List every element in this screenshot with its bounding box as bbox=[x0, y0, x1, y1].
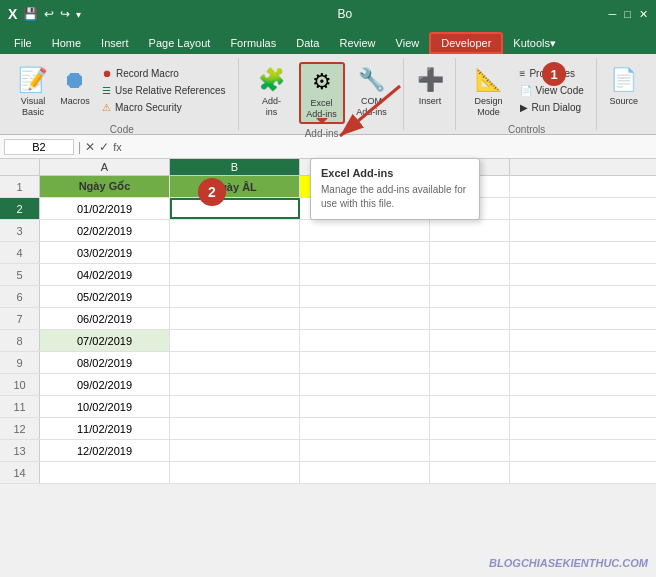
cell-a13[interactable]: 12/02/2019 bbox=[40, 440, 170, 461]
use-relative-button[interactable]: ☰ Use Relative References bbox=[98, 83, 230, 98]
cell-a8[interactable]: 07/02/2019 bbox=[40, 330, 170, 351]
cell-a2[interactable]: 01/02/2019 bbox=[40, 198, 170, 219]
tab-view[interactable]: View bbox=[386, 32, 430, 54]
save-icon[interactable]: 💾 bbox=[23, 7, 38, 21]
visual-basic-button[interactable]: 📝 VisualBasic bbox=[14, 62, 52, 120]
cell-a1[interactable]: Ngày Gốc bbox=[40, 176, 170, 197]
source-button[interactable]: 📄 Source bbox=[601, 62, 647, 109]
redo-icon[interactable]: ↪ bbox=[60, 7, 70, 21]
tab-page-layout[interactable]: Page Layout bbox=[139, 32, 221, 54]
cell-c14[interactable] bbox=[300, 462, 430, 483]
cell-a5[interactable]: 04/02/2019 bbox=[40, 264, 170, 285]
view-code-label: View Code bbox=[536, 85, 584, 96]
close-icon[interactable]: ✕ bbox=[639, 8, 648, 21]
formula-input[interactable] bbox=[126, 141, 652, 153]
com-add-ins-button[interactable]: 🔧 COMAdd-ins bbox=[349, 62, 395, 120]
cell-b6[interactable] bbox=[170, 286, 300, 307]
minimize-icon[interactable]: ─ bbox=[609, 8, 617, 21]
cell-a3[interactable]: 02/02/2019 bbox=[40, 220, 170, 241]
col-header-b[interactable]: B bbox=[170, 159, 300, 175]
cell-c6[interactable] bbox=[300, 286, 430, 307]
cell-c10[interactable] bbox=[300, 374, 430, 395]
macro-security-button[interactable]: ⚠ Macro Security bbox=[98, 100, 230, 115]
design-mode-button[interactable]: 📐 DesignMode bbox=[466, 62, 512, 120]
tab-formulas[interactable]: Formulas bbox=[220, 32, 286, 54]
cell-b9[interactable] bbox=[170, 352, 300, 373]
cell-b8[interactable] bbox=[170, 330, 300, 351]
run-dialog-icon: ▶ bbox=[520, 102, 528, 113]
row-number-3: 3 bbox=[0, 220, 40, 241]
maximize-icon[interactable]: □ bbox=[624, 8, 631, 21]
cell-c4[interactable] bbox=[300, 242, 430, 263]
excel-add-ins-button[interactable]: ⚙ ExcelAdd-ins bbox=[299, 62, 345, 124]
cell-d11[interactable] bbox=[430, 396, 510, 417]
cell-b12[interactable] bbox=[170, 418, 300, 439]
add-ins-button[interactable]: 🧩 Add-ins bbox=[249, 62, 295, 120]
row-number-5: 5 bbox=[0, 264, 40, 285]
run-dialog-label: Run Dialog bbox=[532, 102, 581, 113]
cancel-formula-icon[interactable]: ✕ bbox=[85, 140, 95, 154]
macro-security-label: Macro Security bbox=[115, 102, 182, 113]
cell-b13[interactable] bbox=[170, 440, 300, 461]
cell-b4[interactable] bbox=[170, 242, 300, 263]
source-label: Source bbox=[610, 96, 639, 107]
insert-function-icon[interactable]: fx bbox=[113, 141, 122, 153]
tab-kutools[interactable]: Kutools▾ bbox=[503, 32, 566, 54]
cell-b2[interactable] bbox=[170, 198, 300, 219]
cell-a10[interactable]: 09/02/2019 bbox=[40, 374, 170, 395]
cell-c5[interactable] bbox=[300, 264, 430, 285]
insert-button[interactable]: ➕ Insert bbox=[407, 62, 453, 109]
cell-d9[interactable] bbox=[430, 352, 510, 373]
cell-a9[interactable]: 08/02/2019 bbox=[40, 352, 170, 373]
tab-data[interactable]: Data bbox=[286, 32, 329, 54]
cell-a7[interactable]: 06/02/2019 bbox=[40, 308, 170, 329]
cell-b3[interactable] bbox=[170, 220, 300, 241]
cell-b11[interactable] bbox=[170, 396, 300, 417]
dropdown-icon[interactable]: ▾ bbox=[76, 9, 81, 20]
tab-file[interactable]: File bbox=[4, 32, 42, 54]
name-box[interactable] bbox=[4, 139, 74, 155]
cell-d12[interactable] bbox=[430, 418, 510, 439]
cell-c7[interactable] bbox=[300, 308, 430, 329]
cell-b7[interactable] bbox=[170, 308, 300, 329]
row-number-10: 10 bbox=[0, 374, 40, 395]
cell-a4[interactable]: 03/02/2019 bbox=[40, 242, 170, 263]
cell-d14[interactable] bbox=[430, 462, 510, 483]
cell-d5[interactable] bbox=[430, 264, 510, 285]
cell-c8[interactable] bbox=[300, 330, 430, 351]
record-macro-button[interactable]: ⏺ Record Macro bbox=[98, 66, 230, 81]
cell-b14[interactable] bbox=[170, 462, 300, 483]
cell-c9[interactable] bbox=[300, 352, 430, 373]
cell-a11[interactable]: 10/02/2019 bbox=[40, 396, 170, 417]
run-dialog-button[interactable]: ▶ Run Dialog bbox=[516, 100, 588, 115]
cell-d8[interactable] bbox=[430, 330, 510, 351]
cell-d7[interactable] bbox=[430, 308, 510, 329]
cell-d10[interactable] bbox=[430, 374, 510, 395]
cell-c12[interactable] bbox=[300, 418, 430, 439]
cell-c13[interactable] bbox=[300, 440, 430, 461]
cell-a14[interactable] bbox=[40, 462, 170, 483]
macros-button[interactable]: ⏺ Macros bbox=[56, 62, 94, 109]
cell-c3[interactable] bbox=[300, 220, 430, 241]
cell-b10[interactable] bbox=[170, 374, 300, 395]
cell-b1[interactable]: Ngày ÂL bbox=[170, 176, 300, 197]
ribbon-group-source: 📄 Source bbox=[599, 58, 649, 130]
col-header-a[interactable]: A bbox=[40, 159, 170, 175]
cell-d6[interactable] bbox=[430, 286, 510, 307]
undo-icon[interactable]: ↩ bbox=[44, 7, 54, 21]
cell-b5[interactable] bbox=[170, 264, 300, 285]
tab-home[interactable]: Home bbox=[42, 32, 91, 54]
code-group-label: Code bbox=[110, 120, 134, 135]
row-number-7: 7 bbox=[0, 308, 40, 329]
cell-c11[interactable] bbox=[300, 396, 430, 417]
cell-a6[interactable]: 05/02/2019 bbox=[40, 286, 170, 307]
cell-d3[interactable] bbox=[430, 220, 510, 241]
tab-review[interactable]: Review bbox=[329, 32, 385, 54]
row-number-4: 4 bbox=[0, 242, 40, 263]
tab-insert[interactable]: Insert bbox=[91, 32, 139, 54]
tab-developer[interactable]: Developer bbox=[429, 32, 503, 54]
cell-d13[interactable] bbox=[430, 440, 510, 461]
cell-d4[interactable] bbox=[430, 242, 510, 263]
confirm-formula-icon[interactable]: ✓ bbox=[99, 140, 109, 154]
cell-a12[interactable]: 11/02/2019 bbox=[40, 418, 170, 439]
